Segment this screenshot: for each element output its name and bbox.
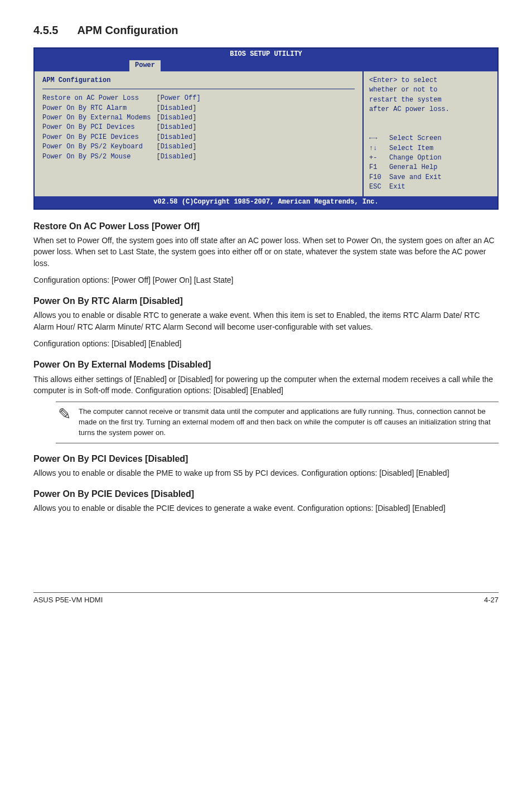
footer-left: ASUS P5E-VM HDMI [33, 595, 103, 606]
para: Configuration options: [Power Off] [Powe… [33, 274, 499, 286]
para: This allows either settings of [Enabled]… [33, 374, 499, 397]
bios-left-panel: APM Configuration Restore on AC Power Lo… [35, 71, 364, 197]
bios-footer: v02.58 (C)Copyright 1985-2007, American … [35, 196, 497, 208]
pencil-icon: ✎ [58, 407, 71, 422]
heading-rtc: Power On By RTC Alarm [Disabled] [33, 294, 499, 307]
para: When set to Power Off, the system goes i… [33, 235, 499, 269]
bios-right-panel: <Enter> to select whether or not to rest… [364, 71, 497, 197]
bios-panel-header: APM Configuration [42, 76, 355, 89]
section-heading: 4.5.5APM Configuration [33, 22, 499, 38]
note-box: ✎ The computer cannot receive or transmi… [56, 402, 499, 443]
bios-tabs: Power [35, 60, 497, 71]
para: Configuration options: [Disabled] [Enabl… [33, 338, 499, 349]
heading-ext: Power On By External Modems [Disabled] [33, 358, 499, 371]
bios-values: [Power Off] [Disabled] [Disabled] [Disab… [156, 94, 200, 162]
bios-title: BIOS SETUP UTILITY [35, 49, 497, 60]
heading-restore: Restore On AC Power Loss [Power Off] [33, 220, 499, 233]
bios-tab-power: Power [129, 60, 161, 71]
section-title: APM Configuration [77, 24, 178, 36]
para: Allows you to enable or disable the PCIE… [33, 503, 499, 514]
para: Allows you to enable or disable RTC to g… [33, 310, 499, 332]
heading-pci: Power On By PCI Devices [Disabled] [33, 452, 499, 465]
section-number: 4.5.5 [33, 22, 58, 38]
bios-labels: Restore on AC Power Loss Power On By RTC… [42, 94, 151, 162]
bios-nav: ←→ Select Screen ↑↓ Select Item +- Chang… [369, 134, 442, 191]
para: Allows you to enable or disable the PME … [33, 467, 499, 479]
bios-screenshot: BIOS SETUP UTILITY Power APM Configurati… [33, 47, 499, 210]
heading-pcie: Power On By PCIE Devices [Disabled] [33, 487, 499, 500]
page-footer: ASUS P5E-VM HDMI 4-27 [33, 592, 499, 606]
footer-right: 4-27 [484, 595, 499, 606]
note-text: The computer cannot receive or transmit … [79, 407, 499, 438]
bios-help: <Enter> to select whether or not to rest… [369, 76, 449, 113]
